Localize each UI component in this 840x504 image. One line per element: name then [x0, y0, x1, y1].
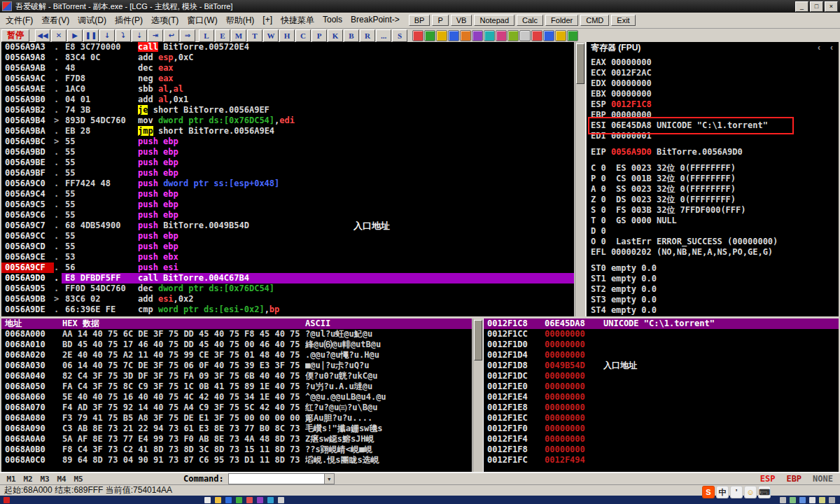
- plugin-icon[interactable]: [519, 30, 531, 41]
- register-line[interactable]: T 0 GS 0000 NULL: [591, 216, 839, 226]
- menu-button-bp[interactable]: BP: [409, 15, 430, 26]
- tray-icon[interactable]: [819, 497, 825, 503]
- tray-icon[interactable]: [829, 497, 835, 503]
- window-tab-m1[interactable]: M1: [3, 475, 20, 484]
- register-line[interactable]: EIP 0056A9D0 BitTorre.0056A9D0: [591, 147, 839, 158]
- taskbar-app-icon[interactable]: [267, 497, 274, 503]
- window-button-3[interactable]: T: [247, 29, 262, 42]
- maximize-button[interactable]: □: [810, 1, 823, 12]
- disasm-row[interactable]: 0056A9BE.55push ebp: [1, 158, 574, 168]
- window-button-4[interactable]: W: [263, 29, 279, 42]
- register-line[interactable]: P 0 CS 001B 32位 0(FFFFFFFF): [591, 174, 839, 184]
- register-line[interactable]: S 0 FS 003B 32位 7FFDF000(FFF): [591, 205, 839, 216]
- disasm-row[interactable]: 0056A9AB.48dec eax: [1, 63, 574, 74]
- register-line[interactable]: ESP 0012F1C8: [591, 99, 839, 110]
- menu-button-p[interactable]: P: [432, 15, 448, 26]
- menu-item-1[interactable]: 查看(V): [37, 13, 74, 28]
- dump-row[interactable]: 0068A090C3 AB 8E 73 21 22 94 73 61 E3 8E…: [1, 424, 472, 434]
- registers-prev-icon[interactable]: ‹: [818, 42, 820, 53]
- register-line[interactable]: Z 0 DS 0023 32位 0(FFFFFFFF): [591, 195, 839, 205]
- register-line[interactable]: EBX 00000000: [591, 89, 839, 99]
- disasm-row[interactable]: 0056A9C4.55push ebp: [1, 189, 574, 200]
- dump-row[interactable]: 0068A000AA 14 40 75 6C DE 3F 75 DD 45 40…: [1, 329, 472, 340]
- window-button-5[interactable]: H: [279, 29, 295, 42]
- disasm-row[interactable]: 0056A9CF.56push esi: [1, 262, 574, 273]
- ime-icon[interactable]: ’: [730, 486, 743, 498]
- taskbar-app-icon[interactable]: [257, 497, 263, 503]
- close-button[interactable]: ×: [825, 1, 838, 12]
- menu-button-cmd[interactable]: CMD: [580, 15, 609, 26]
- dump-row[interactable]: 0068A0C089 64 8D 73 04 90 91 73 87 C6 95…: [1, 455, 472, 465]
- menu-item-5[interactable]: 窗口(W): [183, 13, 221, 28]
- plugin-icon[interactable]: [567, 30, 578, 41]
- dump-row[interactable]: 0068A070F4 AD 3F 75 92 14 40 75 A4 C9 3F…: [1, 402, 472, 413]
- window-button-8[interactable]: K: [328, 29, 343, 42]
- dump-row[interactable]: 0068A0605E 40 40 75 16 40 40 75 4C 42 40…: [1, 392, 472, 402]
- disasm-row[interactable]: 0056A9C0.FF7424 48push dword ptr ss:[esp…: [1, 178, 574, 189]
- menu-item-7[interactable]: [+]: [258, 13, 276, 28]
- menu-item-0[interactable]: 文件(F): [1, 13, 37, 28]
- register-line[interactable]: ST3 empty 0.0: [591, 295, 839, 305]
- taskbar-app-icon[interactable]: [215, 497, 221, 503]
- disasm-row[interactable]: 0056A9A3.E8 3C770000call BitTorre.005720…: [1, 42, 574, 52]
- menu-button-calc[interactable]: Calc: [517, 15, 543, 26]
- plugin-icon[interactable]: [460, 30, 471, 41]
- pause-icon[interactable]: ❚❚: [83, 29, 99, 42]
- dump-row[interactable]: 0068A0A05A AF 8E 73 77 E4 99 73 F0 AB 8E…: [1, 434, 472, 444]
- dump-row[interactable]: 0068A03006 14 40 75 7C DE 3F 75 06 0F 40…: [1, 360, 472, 371]
- step-over-icon[interactable]: ⤵: [115, 29, 131, 42]
- window-tab-m4[interactable]: M4: [53, 475, 70, 484]
- plugin-icon[interactable]: [448, 30, 459, 41]
- register-line[interactable]: ST2 empty 0.0: [591, 284, 839, 295]
- stack-row[interactable]: 0012F1D000000000: [484, 340, 839, 350]
- disasm-row[interactable]: 0056A9A8.83C4 0Cadd esp,0xC: [1, 52, 574, 63]
- ebp-indicator[interactable]: EBP: [786, 474, 802, 484]
- plugin-icon[interactable]: [472, 30, 483, 41]
- pause-status-button[interactable]: 暂停: [1, 29, 29, 42]
- disassembly-scrollbar[interactable]: [575, 42, 586, 316]
- dump-scrollbar[interactable]: [472, 318, 484, 472]
- stack-row[interactable]: 0012F1CC00000000: [484, 329, 839, 340]
- menu-item-8[interactable]: 快捷菜单: [276, 13, 318, 28]
- dump-row[interactable]: 0068A010BD 45 40 75 17 46 40 75 DD 45 40…: [1, 340, 472, 350]
- stack-row[interactable]: 0012F1E400000000: [484, 392, 839, 402]
- menu-button-exit[interactable]: Exit: [611, 15, 635, 26]
- stack-row[interactable]: 0012F1EC00000000: [484, 413, 839, 424]
- window-tab-m5[interactable]: M5: [70, 475, 87, 484]
- stack-row[interactable]: 0012F1F000000000: [484, 424, 839, 434]
- dump-row[interactable]: 0068A0202E 40 40 75 A2 11 40 75 99 CE 3F…: [1, 350, 472, 360]
- disasm-row[interactable]: 0056A9BA.EB 28jmp short BitTorre.0056A9E…: [1, 126, 574, 136]
- close-program-icon[interactable]: ✕: [51, 29, 66, 42]
- registers-next-icon[interactable]: ‹: [830, 42, 833, 53]
- dropdown-arrow-icon[interactable]: ▼: [324, 474, 334, 484]
- stack-row[interactable]: 0012F1E800000000: [484, 402, 839, 413]
- stack-row[interactable]: 0012F1F800000000: [484, 444, 839, 455]
- disasm-row[interactable]: 0056A9D5.FF0D 54DC760dec dword ptr ds:[0…: [1, 284, 574, 294]
- plugin-icon[interactable]: [543, 30, 554, 41]
- disasm-row[interactable]: 0056A9CC.55push ebp: [1, 231, 574, 241]
- register-line[interactable]: [591, 141, 839, 147]
- plugin-icon[interactable]: [424, 30, 435, 41]
- menu-item-4[interactable]: 选项(T): [147, 13, 183, 28]
- plugin-icon[interactable]: [507, 30, 519, 41]
- stack-row[interactable]: 0012F1F400000000: [484, 434, 839, 444]
- disasm-row[interactable]: 0056A9C6.55push ebp: [1, 210, 574, 220]
- window-button-10[interactable]: R: [360, 29, 375, 42]
- ime-icon[interactable]: ⌨: [758, 486, 771, 498]
- taskbar-app-icon[interactable]: [204, 497, 211, 503]
- disasm-row[interactable]: 0056A9CE.53push ebx: [1, 252, 574, 262]
- plugin-icon[interactable]: [484, 30, 495, 41]
- menu-item-9[interactable]: Tools: [318, 13, 346, 28]
- disasm-row[interactable]: 0056A9AE.1AC0sbb al,al: [1, 84, 574, 94]
- command-input[interactable]: [229, 474, 324, 484]
- window-button-7[interactable]: P: [312, 29, 327, 42]
- window-button-12[interactable]: S: [392, 29, 407, 42]
- disasm-row[interactable]: 0056A9C5.55push ebp: [1, 200, 574, 210]
- disasm-row[interactable]: 0056A9D0.E8 DFBDF5FFcall BitTorre.004C67…: [1, 273, 574, 284]
- plugin-icon[interactable]: [412, 30, 424, 41]
- register-line[interactable]: [591, 158, 839, 163]
- window-button-0[interactable]: L: [199, 29, 214, 42]
- execute-till-return-icon[interactable]: ↩: [164, 29, 179, 42]
- plugin-icon[interactable]: [436, 30, 447, 41]
- register-line[interactable]: ST4 empty 0.0: [591, 305, 839, 316]
